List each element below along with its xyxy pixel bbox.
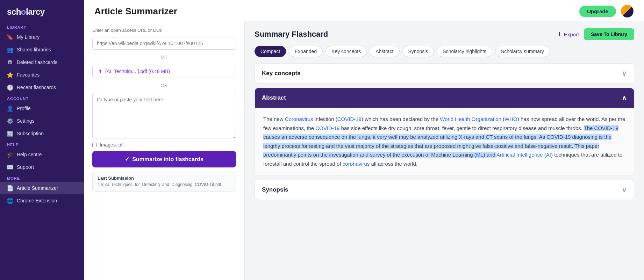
sidebar-item-deleted-flashcards[interactable]: 🗑 Deleted flashcards: [0, 56, 84, 69]
sidebar-item-settings[interactable]: ⚙️ Settings: [0, 115, 84, 127]
top-header: Article Summarizer Upgrade: [84, 0, 644, 21]
sidebar-item-label: Help centre: [17, 152, 42, 157]
link-covid19-2[interactable]: COVID-19: [315, 125, 339, 131]
export-button[interactable]: ⬇ Export: [557, 31, 579, 37]
library-section-label: LIBRARY: [0, 22, 84, 31]
sidebar-item-help-centre[interactable]: 🎓 Help centre: [0, 148, 84, 161]
last-submission-card: Last Submission file: AI_Techniques_for_…: [92, 171, 236, 192]
tab-scholarcy-highlights[interactable]: Scholarcy highlights: [437, 46, 492, 57]
sidebar-item-recent-flashcards[interactable]: 🕐 Recent flashcards: [0, 81, 84, 94]
key-concepts-title: Key concepts: [262, 70, 301, 77]
summarize-label: Summarize into flashcards: [132, 156, 203, 163]
flashcard-title: Summary Flashcard: [255, 30, 328, 39]
theme-toggle-button[interactable]: [621, 5, 634, 17]
images-checkbox-input[interactable]: [92, 143, 97, 147]
bookmark-icon: 🔖: [7, 34, 13, 40]
last-submission-title: Last Submission: [98, 175, 231, 181]
tab-key-concepts[interactable]: Key concepts: [325, 46, 367, 57]
summarize-button[interactable]: ✓ Summarize into flashcards: [92, 151, 236, 167]
abstract-header[interactable]: Abstract ∧: [255, 88, 634, 108]
upgrade-button[interactable]: Upgrade: [579, 6, 616, 17]
sidebar-item-subscription[interactable]: 🔄 Subscription: [0, 127, 84, 140]
left-panel: Enter an open access URL or DOI: OR ⬆ [A…: [84, 21, 245, 280]
last-submission-file: file: AI_Techniques_for_Detecting_and_Di…: [98, 182, 231, 187]
or-divider-2: OR: [92, 81, 236, 89]
file-upload-button[interactable]: ⬆ [AI_Techniqu...].pdf (0.46 MB): [92, 65, 236, 78]
key-concepts-header[interactable]: Key concepts ∨: [255, 64, 634, 83]
link-ml[interactable]: ML: [476, 152, 484, 158]
synopsis-title: Synopsis: [262, 186, 288, 193]
export-label: Export: [564, 31, 579, 37]
help-section-label: HELP: [0, 140, 84, 148]
images-checkbox-row: Images: off: [92, 142, 236, 148]
upload-icon: ⬆: [98, 69, 102, 74]
clock-icon: 🕐: [7, 84, 13, 91]
link-covid19-1[interactable]: COVID-19: [337, 116, 362, 122]
sidebar-item-label: Favourites: [17, 72, 40, 78]
sidebar-item-label: Profile: [17, 106, 31, 111]
sidebar-item-favourites[interactable]: ⭐ Favourites: [0, 69, 84, 81]
sidebar-item-shared-libraries[interactable]: 👥 Shared libraries: [0, 43, 84, 56]
link-coronavirus-2[interactable]: coronavirus: [343, 161, 370, 167]
globe-icon: 🌐: [7, 198, 13, 204]
sidebar-item-article-summarizer[interactable]: 📄 Article Summarizer: [0, 182, 84, 194]
group-icon: 👥: [7, 46, 13, 53]
images-checkbox-label: Images: off: [100, 142, 124, 148]
link-ai-abbr[interactable]: AI: [546, 152, 551, 158]
header-actions: ⬇ Export Save To Library: [557, 28, 634, 40]
envelope-icon: ✉️: [7, 164, 13, 170]
main-content: Article Summarizer Upgrade Enter an open…: [84, 0, 644, 280]
or-divider-1: OR: [92, 53, 236, 61]
url-label: Enter an open access URL or DOI:: [92, 28, 236, 33]
link-coronavirus[interactable]: Coronavirus: [285, 116, 313, 122]
tab-scholarcy-summary[interactable]: Scholarcy summary: [495, 46, 550, 57]
document-icon: 📄: [7, 185, 13, 191]
tab-compact[interactable]: Compact: [255, 46, 286, 57]
sidebar-item-label: Chrome Extension: [17, 198, 57, 203]
url-input[interactable]: [92, 37, 236, 50]
chevron-up-icon: ∧: [622, 94, 627, 102]
sidebar-item-label: Subscription: [17, 131, 44, 136]
link-ai-full[interactable]: Artificial Intelligence: [496, 152, 543, 158]
mortarboard-icon: 🎓: [7, 151, 13, 158]
account-section-label: ACCOUNT: [0, 94, 84, 102]
chevron-down-icon-synopsis: ∨: [622, 186, 627, 194]
right-panel: Summary Flashcard ⬇ Export Save To Libra…: [245, 21, 644, 280]
chevron-down-icon: ∨: [622, 69, 627, 78]
sidebar-item-my-library[interactable]: 🔖 My Library: [0, 31, 84, 43]
flashcard-header: Summary Flashcard ⬇ Export Save To Libra…: [255, 28, 634, 40]
tab-abstract[interactable]: Abstract: [370, 46, 399, 57]
link-who-abbr[interactable]: WHO: [505, 116, 517, 122]
abstract-section: Abstract ∧ The new Coronavirus infection…: [255, 88, 634, 175]
top-right-controls: Upgrade: [579, 5, 634, 17]
content-area: Enter an open access URL or DOI: OR ⬆ [A…: [84, 21, 644, 280]
trash-icon: 🗑: [7, 59, 13, 65]
tab-pills: Compact Expanded Key concepts Abstract S…: [255, 46, 634, 57]
refresh-icon: 🔄: [7, 130, 13, 137]
abstract-text: The new Coronavirus infection (COVID-19)…: [263, 115, 625, 168]
tab-synopsis[interactable]: Synopsis: [402, 46, 434, 57]
synopsis-section: Synopsis ∨: [255, 180, 634, 200]
sidebar-item-support[interactable]: ✉️ Support: [0, 161, 84, 173]
link-who-full[interactable]: World Health Organization: [440, 116, 501, 122]
abstract-body: The new Coronavirus infection (COVID-19)…: [255, 108, 634, 175]
sidebar-item-label: Recent flashcards: [17, 85, 56, 90]
check-icon: ✓: [125, 156, 129, 163]
star-icon: ⭐: [7, 72, 13, 78]
tab-expanded[interactable]: Expanded: [289, 46, 323, 57]
person-icon: 👤: [7, 105, 13, 112]
sidebar-item-profile[interactable]: 👤 Profile: [0, 102, 84, 115]
sidebar-item-chrome-extension[interactable]: 🌐 Chrome Extension: [0, 194, 84, 207]
logo: scholarcy: [0, 0, 84, 22]
sidebar-item-label: Shared libraries: [17, 47, 51, 52]
sidebar-item-label: Support: [17, 164, 34, 170]
save-to-library-button[interactable]: Save To Library: [584, 28, 634, 40]
abstract-title: Abstract: [262, 94, 286, 101]
sidebar-item-label: Deleted flashcards: [17, 59, 57, 65]
gear-icon: ⚙️: [7, 118, 13, 124]
sidebar-item-label: Article Summarizer: [17, 185, 58, 191]
synopsis-header[interactable]: Synopsis ∨: [255, 180, 634, 200]
text-input[interactable]: [92, 93, 236, 138]
sidebar-item-label: Settings: [17, 118, 35, 124]
sidebar-item-label: My Library: [17, 34, 40, 40]
